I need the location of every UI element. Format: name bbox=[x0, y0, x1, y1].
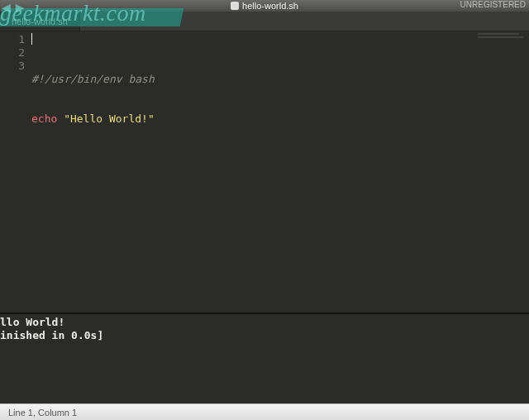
shebang-line: #!/usr/bin/env bash bbox=[31, 73, 155, 85]
line-number: 2 bbox=[0, 46, 25, 60]
string-literal: "Hello World!" bbox=[64, 112, 155, 125]
tab-label: hello-world.sh bbox=[12, 17, 68, 26]
line-number: 1 bbox=[0, 33, 25, 46]
text-cursor bbox=[31, 33, 32, 45]
tab-strip: hello-world.sh bbox=[0, 12, 529, 31]
echo-keyword: echo bbox=[31, 112, 57, 125]
window-title-wrap: hello-world.sh bbox=[231, 1, 298, 11]
line-number: 3 bbox=[0, 60, 25, 73]
window-title: hello-world.sh bbox=[242, 1, 298, 11]
status-bar: Line 1, Column 1 bbox=[0, 403, 529, 420]
code-content[interactable]: #!/usr/bin/env bash echo "Hello World!" bbox=[31, 31, 155, 313]
title-bar: hello-world.sh UNREGISTERED bbox=[0, 0, 529, 12]
output-line: inished in 0.0s] bbox=[0, 329, 103, 341]
document-icon bbox=[231, 2, 239, 10]
empty-line bbox=[31, 152, 155, 165]
editor-area[interactable]: 1 2 3 #!/usr/bin/env bash echo "Hello Wo… bbox=[0, 31, 529, 313]
minimap[interactable] bbox=[478, 33, 527, 66]
build-output-panel[interactable]: llo World! inished in 0.0s] bbox=[0, 314, 529, 405]
tab-hello-world[interactable]: hello-world.sh bbox=[0, 12, 80, 31]
registration-status: UNREGISTERED bbox=[460, 0, 526, 9]
cursor-position: Line 1, Column 1 bbox=[8, 408, 77, 418]
line-number-gutter: 1 2 3 bbox=[0, 31, 31, 313]
output-line: llo World! bbox=[0, 316, 64, 328]
